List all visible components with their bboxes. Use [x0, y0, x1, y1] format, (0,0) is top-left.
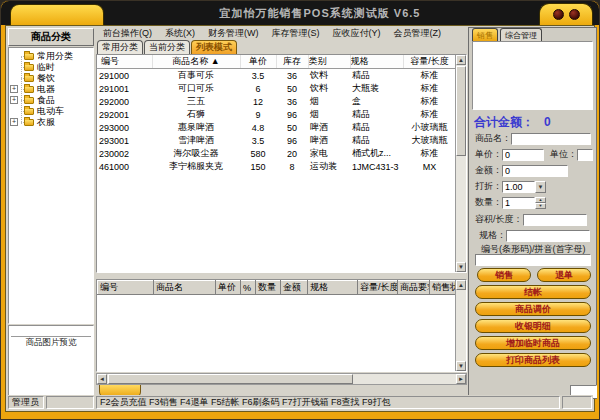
quantity-label: 数量：: [475, 196, 502, 209]
folder-icon: [24, 97, 34, 104]
column-header[interactable]: 单价: [240, 55, 276, 69]
scroll-down-icon[interactable]: ▼: [456, 262, 466, 272]
product-name-row: 商品名：: [475, 132, 591, 145]
folder-icon: [24, 108, 34, 115]
table-row[interactable]: 291001可口可乐650饮料大瓶装标准: [97, 82, 456, 95]
cell: 9: [240, 108, 276, 121]
refund-button[interactable]: 退单: [537, 268, 591, 282]
cell: 标准: [403, 108, 456, 121]
expand-plus-icon[interactable]: +: [10, 118, 18, 126]
print-product-list-button[interactable]: 打印商品列表: [475, 353, 591, 367]
table-row[interactable]: 292000三五1236烟盒标准: [97, 95, 456, 108]
scroll-up-icon[interactable]: ▲: [456, 55, 466, 65]
cell: 292000: [97, 95, 152, 108]
status-empty-box: [46, 396, 94, 409]
column-header[interactable]: %: [241, 281, 256, 295]
cell: 50: [276, 82, 308, 95]
panel-tab-销售[interactable]: 销售: [472, 28, 498, 41]
horizontal-scrollbar[interactable]: ◄ ►: [96, 373, 467, 385]
scroll-thumb[interactable]: [108, 374, 353, 384]
column-header[interactable]: 类别: [308, 55, 350, 69]
product-name-input[interactable]: [511, 133, 591, 145]
cell: 运动装: [308, 160, 350, 173]
price-adjust-button[interactable]: 商品调价: [475, 302, 591, 316]
cell: 可口可乐: [152, 82, 240, 95]
minimize-button[interactable]: [553, 9, 564, 20]
column-header[interactable]: 单价: [216, 281, 241, 295]
cell: 家电: [308, 147, 350, 160]
expand-plus-icon[interactable]: +: [10, 96, 18, 104]
step-down-icon[interactable]: ▼: [535, 203, 546, 209]
barcode-input[interactable]: [475, 254, 591, 266]
cell: 烟: [308, 95, 350, 108]
cell: 大玻璃瓶: [403, 134, 456, 147]
cell: 4.8: [240, 121, 276, 134]
cell: 饮料: [308, 82, 350, 95]
amount-input[interactable]: [502, 165, 568, 177]
table-row[interactable]: 461000李宁棉服夹克1508运动装1JMC431-3MX: [97, 160, 456, 173]
column-header[interactable]: 编号: [97, 55, 152, 69]
column-header[interactable]: 商品要求: [398, 281, 430, 295]
scroll-up-icon[interactable]: ▲: [456, 280, 466, 290]
unit-price-input[interactable]: [502, 149, 544, 161]
tab-当前分类[interactable]: 当前分类: [144, 40, 190, 54]
category-tree[interactable]: 常用分类临时餐饮+电器+食品电动车+衣服: [8, 47, 94, 324]
expand-plus-icon[interactable]: +: [10, 85, 18, 93]
cell: 桶式机z...: [350, 147, 403, 160]
spec-input[interactable]: [506, 230, 590, 242]
window-controls: [539, 3, 593, 25]
checkout-button[interactable]: 结帐: [475, 285, 591, 299]
column-header[interactable]: 规格: [350, 55, 403, 69]
cashier-detail-button[interactable]: 收银明细: [475, 319, 591, 333]
chevron-down-icon[interactable]: ▼: [535, 181, 546, 193]
column-header[interactable]: 规格: [308, 281, 358, 295]
volume-input[interactable]: [523, 214, 587, 226]
column-header[interactable]: 金额: [281, 281, 308, 295]
sale-button[interactable]: 销售: [477, 268, 531, 282]
tree-item[interactable]: +衣服: [9, 117, 93, 128]
total-label: 合计金额：: [474, 115, 534, 129]
column-header[interactable]: 库存: [276, 55, 308, 69]
column-header[interactable]: 商品名: [154, 281, 216, 295]
sale-items-list[interactable]: [472, 41, 593, 110]
column-header[interactable]: 数量: [256, 281, 281, 295]
amount-label: 金额：: [475, 164, 502, 177]
cart-table-vscrollbar[interactable]: ▲ ▼: [455, 280, 466, 371]
scroll-left-icon[interactable]: ◄: [97, 374, 107, 384]
cell: 8: [276, 160, 308, 173]
table-row[interactable]: 293001雪津啤酒3.596啤酒精品大玻璃瓶: [97, 134, 456, 147]
product-name-label: 商品名：: [475, 132, 511, 145]
column-header[interactable]: 容量/长度: [358, 281, 398, 295]
quantity-stepper[interactable]: [502, 197, 535, 209]
tab-常用分类[interactable]: 常用分类: [97, 40, 143, 54]
panel-tab-综合管理[interactable]: 综合管理: [500, 28, 542, 41]
cell: 精品: [350, 134, 403, 147]
table-row[interactable]: 291000百事可乐3.536饮料精品标准: [97, 69, 456, 83]
unit-label: 单位：: [550, 148, 577, 161]
category-tabs: 常用分类当前分类列表模式: [97, 40, 237, 54]
column-header[interactable]: 编号: [98, 281, 154, 295]
table-row[interactable]: 230002海尔吸尘器58020家电桶式机z...标准: [97, 147, 456, 160]
table-row[interactable]: 293000惠泉啤酒4.850啤酒精品小玻璃瓶: [97, 121, 456, 134]
product-table-panel: 编号商品名称 ▲单价库存类别规格容量/长度 291000百事可乐3.536饮料精…: [96, 54, 467, 273]
cart-table-panel: 编号商品名单价%数量金额规格容量/长度商品要求销售状态 ▲ ▼: [96, 279, 467, 372]
product-table-vscrollbar[interactable]: ▲ ▼: [455, 55, 466, 272]
close-button[interactable]: [569, 9, 580, 20]
scroll-thumb[interactable]: [456, 66, 466, 156]
scroll-right-icon[interactable]: ►: [456, 374, 466, 384]
column-header[interactable]: 销售状态: [430, 281, 457, 295]
column-header[interactable]: 容量/长度: [403, 55, 456, 69]
cell: 标准: [403, 69, 456, 83]
product-table-header-row: 编号商品名称 ▲单价库存类别规格容量/长度: [97, 55, 456, 69]
cell: 大瓶装: [350, 82, 403, 95]
table-row[interactable]: 292001石狮996烟精品标准: [97, 108, 456, 121]
tab-列表模式[interactable]: 列表模式: [191, 40, 237, 54]
unit-input[interactable]: [577, 149, 593, 161]
column-header[interactable]: 商品名称 ▲: [152, 55, 240, 69]
discount-row: 打折： ▼: [475, 180, 546, 193]
scroll-down-icon[interactable]: ▼: [456, 361, 466, 371]
cell: 标准: [403, 147, 456, 160]
discount-select[interactable]: [502, 181, 535, 193]
add-temp-product-button[interactable]: 增加临时商品: [475, 336, 591, 350]
cell: 1JMC431-3: [350, 160, 403, 173]
